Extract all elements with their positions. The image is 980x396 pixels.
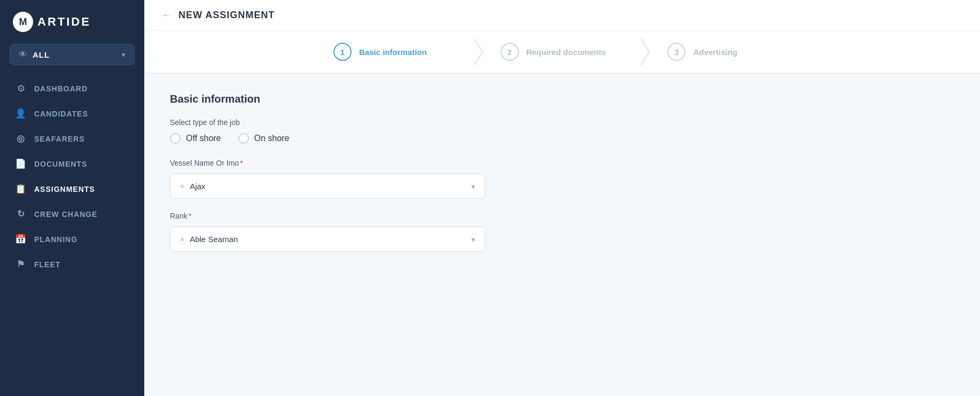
rank-clear-button[interactable]: × (180, 235, 184, 244)
step-arrow-inner-2 (640, 38, 648, 66)
top-bar: ← NEW ASSIGNMENT (144, 0, 980, 31)
sidebar-item-label: CREW CHANGE (34, 210, 97, 219)
planning-icon: 📅 (15, 234, 27, 245)
rank-chevron-icon: ▾ (471, 235, 475, 244)
sidebar-item-assignments[interactable]: 📋 ASSIGNMENTS (0, 176, 144, 201)
sidebar-item-label: ASSIGNMENTS (34, 185, 95, 193)
step-2-number: 2 (501, 43, 519, 61)
logo: M ARTIDE (0, 0, 144, 44)
vessel-clear-button[interactable]: × (180, 182, 184, 191)
sidebar-item-label: DASHBOARD (34, 84, 88, 93)
all-filter-dropdown[interactable]: 👁 ALL ▾ (10, 44, 135, 65)
crew-change-icon: ↻ (15, 208, 27, 220)
sidebar-item-label: PLANNING (34, 235, 77, 244)
sidebar-item-label: FLEET (34, 260, 60, 269)
step-1-label: Basic information (359, 48, 427, 57)
steps-row: 1 Basic information 2 Required documents… (316, 31, 808, 73)
step-2[interactable]: 2 Required documents (484, 31, 641, 73)
filter-label: ALL (33, 50, 50, 59)
sidebar: M ARTIDE 👁 ALL ▾ ⊙ DASHBOARD 👤 CANDIDATE… (0, 0, 144, 396)
assignments-icon: 📋 (15, 183, 27, 195)
rank-select[interactable]: × Able Seaman ▾ (170, 227, 485, 252)
step-1[interactable]: 1 Basic information (316, 31, 474, 73)
step-3[interactable]: 3 Advertising (650, 31, 808, 73)
job-type-label: Select type of the job (170, 118, 642, 127)
vessel-label: Vessel Name Or Imo* (170, 159, 642, 167)
dashboard-icon: ⊙ (15, 83, 27, 94)
documents-icon: 📄 (15, 158, 27, 169)
sidebar-item-label: DOCUMENTS (34, 160, 87, 168)
sidebar-item-fleet[interactable]: ⚑ FLEET (0, 252, 144, 277)
chevron-down-icon: ▾ (122, 51, 126, 59)
radio-offshore-label: Off shore (186, 134, 221, 143)
radio-onshore[interactable]: On shore (238, 133, 290, 144)
sidebar-item-dashboard[interactable]: ⊙ DASHBOARD (0, 76, 144, 101)
step-2-label: Required documents (526, 48, 606, 57)
back-button[interactable]: ← (161, 10, 171, 21)
logo-mark: M (13, 12, 33, 32)
sidebar-item-planning[interactable]: 📅 PLANNING (0, 227, 144, 252)
step-arrow-inner-1 (473, 38, 481, 66)
section-title: Basic information (170, 93, 642, 105)
job-type-field: Select type of the job Off shore On shor… (170, 118, 642, 144)
radio-onshore-label: On shore (254, 134, 290, 143)
radio-group-job-type: Off shore On shore (170, 133, 642, 144)
step-1-number: 1 (333, 43, 352, 61)
rank-label: Rank* (170, 212, 642, 220)
page-title: NEW ASSIGNMENT (178, 10, 275, 21)
steps-container: 1 Basic information 2 Required documents… (144, 31, 980, 74)
sidebar-nav: ⊙ DASHBOARD 👤 CANDIDATES ◎ SEAFARERS 📄 D… (0, 76, 144, 277)
radio-offshore-circle[interactable] (170, 133, 181, 144)
rank-value: × Able Seaman (180, 235, 238, 244)
step-3-number: 3 (667, 43, 686, 61)
sidebar-item-seafarers[interactable]: ◎ SEAFARERS (0, 126, 144, 151)
radio-offshore[interactable]: Off shore (170, 133, 221, 144)
rank-field: Rank* × Able Seaman ▾ (170, 212, 642, 252)
main-content: ← NEW ASSIGNMENT 1 Basic information 2 R… (144, 0, 980, 396)
seafarers-icon: ◎ (15, 133, 27, 144)
content-area: Basic information Select type of the job… (144, 74, 668, 284)
sidebar-item-candidates[interactable]: 👤 CANDIDATES (0, 101, 144, 126)
step-3-label: Advertising (693, 48, 737, 57)
sidebar-item-label: CANDIDATES (34, 110, 88, 118)
vessel-chevron-icon: ▾ (471, 182, 475, 191)
radio-onshore-circle[interactable] (238, 133, 249, 144)
sidebar-item-crew-change[interactable]: ↻ CREW CHANGE (0, 201, 144, 227)
vessel-select[interactable]: × Ajax ▾ (170, 174, 485, 199)
sidebar-item-documents[interactable]: 📄 DOCUMENTS (0, 151, 144, 176)
candidates-icon: 👤 (15, 108, 27, 119)
vessel-field: Vessel Name Or Imo* × Ajax ▾ (170, 159, 642, 199)
vessel-value: × Ajax (180, 182, 205, 191)
sidebar-item-label: SEAFARERS (34, 135, 85, 143)
logo-text: ARTIDE (37, 15, 91, 29)
eye-icon: 👁 (19, 50, 27, 59)
fleet-icon: ⚑ (15, 259, 27, 270)
